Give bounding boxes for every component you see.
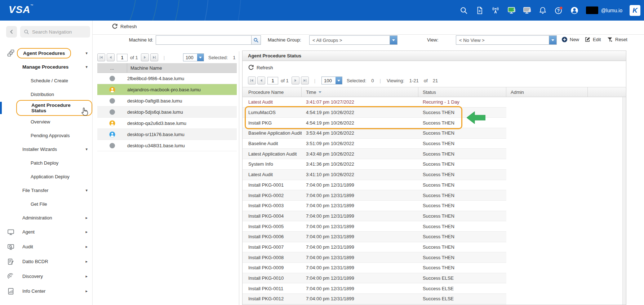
page-number-input[interactable] <box>117 54 128 61</box>
column-header-machine-name[interactable]: Machine Name <box>127 65 162 71</box>
column-header-time[interactable]: Time <box>302 87 418 97</box>
sidebar-item-application-deploy[interactable]: Application Deploy <box>0 170 92 183</box>
sidebar-item-agent[interactable]: Agent ▸ <box>0 225 92 239</box>
page-number-input[interactable] <box>267 77 278 84</box>
sidebar-item-datto-bcdr[interactable]: Datto BCDR ▸ <box>0 254 92 269</box>
sidebar-item-info-center[interactable]: Info Center ▸ <box>0 284 92 299</box>
chevron-down-icon[interactable] <box>390 36 397 44</box>
procedure-row[interactable]: Install PKG-0002 7:04:00 pm 12/31/1899 S… <box>243 190 506 201</box>
refresh-button[interactable]: Refresh <box>112 23 137 30</box>
document-icon[interactable] <box>475 6 484 15</box>
machine-row[interactable]: desktop-u348l31.base.lumu <box>97 140 237 151</box>
sidebar-item-get-file[interactable]: Get File <box>0 197 92 211</box>
procedure-name-cell: Baseline Audit <box>243 141 302 146</box>
view-select[interactable]: < No View > <box>456 35 557 45</box>
previous-page-button[interactable] <box>107 53 115 61</box>
machine-row[interactable]: desktop-sr11k76.base.lumu <box>97 129 237 140</box>
sidebar-item-installer-wizards[interactable]: Installer Wizards ▾ <box>0 142 92 156</box>
sidebar-item-patch-deploy[interactable]: Patch Deploy <box>0 156 92 170</box>
kaseya-logo-tile[interactable]: K <box>630 5 640 16</box>
top-toolbar: Refresh <box>93 21 644 35</box>
nav-search-input[interactable] <box>32 29 79 35</box>
procedure-row[interactable]: Latest Audit 3:41:07 pm 10/27/2022 Recur… <box>243 97 506 108</box>
collapse-sidebar-button[interactable] <box>6 26 17 38</box>
chevron-down-icon[interactable] <box>549 36 556 44</box>
pager-divider: | <box>164 55 165 60</box>
procedure-row[interactable]: Baseline Audit 3:51:09 pm 10/26/2022 Suc… <box>243 139 506 149</box>
online-machines-indicator[interactable]: 3 <box>507 6 515 15</box>
machine-id-search-button[interactable] <box>252 35 261 45</box>
notifications-bell-icon[interactable] <box>538 6 547 15</box>
sidebar-item-overview[interactable]: Overview <box>0 115 92 128</box>
procedure-name-cell: Install PKG-0004 <box>243 213 302 219</box>
sidebar-item-distribution[interactable]: Distribution <box>0 87 92 101</box>
previous-page-button[interactable] <box>257 77 265 84</box>
new-view-button[interactable]: New <box>561 36 579 43</box>
procedure-row[interactable]: System Info 3:41:36 pm 10/26/2022 Succes… <box>243 159 506 170</box>
sidebar-item-discovery[interactable]: Discovery ▸ <box>0 269 92 284</box>
procedure-row[interactable]: Install PKG-0005 7:04:00 pm 12/31/1899 S… <box>243 221 506 232</box>
chevron-down-icon: ▾ <box>85 188 88 193</box>
machine-row[interactable]: desktop-qa2u6d3.base.lumu <box>97 118 237 129</box>
sidebar-item-audit[interactable]: Audit ▸ <box>0 239 92 254</box>
procedure-row[interactable]: Baseline Application Audit 3:53:44 pm 10… <box>243 128 506 139</box>
column-header-status[interactable]: Status <box>418 87 506 97</box>
machine-row[interactable]: 2fbe8bcd-9f86-4.base.lumu <box>97 73 237 84</box>
table-refresh-button[interactable]: Refresh <box>243 61 626 74</box>
search-icon[interactable] <box>459 6 468 15</box>
chevron-down-icon <box>197 54 204 61</box>
next-page-button[interactable] <box>292 77 299 84</box>
time-cell: 7:04:00 pm 12/31/1899 <box>302 213 418 219</box>
column-header-procedure-name[interactable]: Procedure Name <box>243 87 302 97</box>
page-size-select[interactable]: 100 <box>321 77 342 84</box>
procedure-row[interactable]: Install PKG-0004 7:04:00 pm 12/31/1899 S… <box>243 211 506 222</box>
time-cell: 3:41:10 pm 10/26/2022 <box>302 172 418 177</box>
sidebar-item-file-transfer[interactable]: File Transfer ▾ <box>0 183 92 197</box>
procedure-row[interactable]: Latest Audit 3:41:10 pm 10/26/2022 Succe… <box>243 170 506 180</box>
machine-id-input[interactable] <box>156 35 252 45</box>
procedure-row[interactable]: Install PKG 4:54:19 pm 10/26/2022 Succes… <box>243 118 506 128</box>
first-page-button[interactable] <box>248 77 256 84</box>
last-page-button[interactable] <box>301 77 309 84</box>
filter-funnel-icon <box>607 36 613 43</box>
machine-row[interactable]: desktop-0aftgl8.base.lumu <box>97 95 237 106</box>
procedure-row[interactable]: Install PKG-0006 7:04:00 pm 12/31/1899 S… <box>243 232 506 242</box>
column-header-admin[interactable]: Admin <box>506 87 588 97</box>
reset-filter-button[interactable]: Reset <box>607 36 627 43</box>
sidebar-item-agent-procedure-status[interactable]: Agent Procedure Status <box>0 101 92 115</box>
procedure-row[interactable]: Install PKG-0010 7:04:00 pm 12/31/1899 S… <box>243 273 506 284</box>
procedure-name-cell: Install PKG-0002 <box>243 193 302 198</box>
status-cell: Success THEN <box>418 244 506 250</box>
sidebar-item-manage-procedures[interactable]: Manage Procedures ▾ <box>0 60 92 74</box>
sidebar-item-pending-approvals[interactable]: Pending Approvals <box>0 128 92 142</box>
first-page-button[interactable] <box>97 53 105 61</box>
procedure-row[interactable]: Install PKG-0012 7:04:00 pm 12/31/1899 S… <box>243 294 506 304</box>
broadcast-antenna-icon[interactable] <box>491 6 500 15</box>
edit-view-button[interactable]: Edit <box>585 36 601 43</box>
procedure-row[interactable]: LumuMacOS 4:54:19 pm 10/26/2022 Success … <box>243 108 506 118</box>
agent-icon <box>7 228 14 236</box>
vertical-scrollbar[interactable] <box>622 97 626 305</box>
machine-row[interactable]: alejandros-macbook-pro.base.lumu <box>97 84 237 95</box>
procedure-row[interactable]: Install PKG-0008 7:04:00 pm 12/31/1899 S… <box>243 252 506 263</box>
procedure-row[interactable]: Install PKG-0009 7:04:00 pm 12/31/1899 S… <box>243 263 506 273</box>
panel-splitter[interactable] <box>239 51 239 305</box>
column-header-status[interactable]: ... <box>97 63 127 73</box>
help-icon[interactable]: ? <box>554 6 563 15</box>
machine-group-select[interactable]: < All Groups > <box>309 35 397 45</box>
sidebar-item-schedule-create[interactable]: Schedule / Create <box>0 74 92 87</box>
procedure-row[interactable]: Install PKG-0011 7:04:00 pm 12/31/1899 S… <box>243 283 506 294</box>
procedure-row[interactable]: Install PKG-0007 7:04:00 pm 12/31/1899 S… <box>243 242 506 253</box>
procedure-row[interactable]: Latest Application Audit 3:43:48 pm 10/2… <box>243 149 506 159</box>
selected-label: Selected: <box>347 78 366 83</box>
next-page-button[interactable] <box>141 53 149 61</box>
last-page-button[interactable] <box>150 53 158 61</box>
sidebar-item-agent-procedures[interactable]: Agent Procedures ▾ <box>0 46 92 60</box>
sidebar-item-administration[interactable]: Administration ▸ <box>0 211 92 225</box>
machine-row[interactable]: desktop-5djs6qi.base.lumu <box>97 106 237 118</box>
page-size-select[interactable]: 100 <box>183 53 204 61</box>
total-machines-indicator[interactable]: 4 <box>523 6 531 15</box>
procedure-row[interactable]: Install PKG-0001 7:04:00 pm 12/31/1899 S… <box>243 180 506 191</box>
procedure-row[interactable]: Install PKG-0003 7:04:00 pm 12/31/1899 S… <box>243 201 506 211</box>
user-avatar-icon[interactable] <box>570 6 579 15</box>
